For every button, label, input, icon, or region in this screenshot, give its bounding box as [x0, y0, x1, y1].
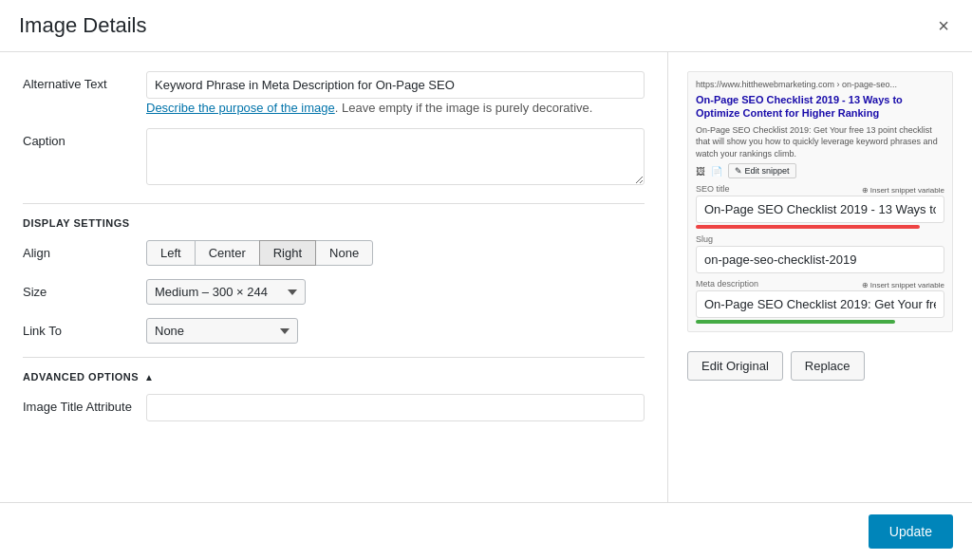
meta-desc-label: Meta description: [696, 279, 758, 289]
alt-text-row: Alternative Text Describe the purpose of…: [23, 71, 645, 115]
image-title-row: Image Title Attribute: [23, 394, 645, 421]
snippet-icon2: 📄: [711, 166, 722, 177]
align-none-button[interactable]: None: [315, 240, 373, 266]
alt-text-helper: Describe the purpose of the image. Leave…: [146, 101, 645, 115]
size-label: Size: [23, 279, 146, 299]
slug-input[interactable]: [696, 246, 944, 273]
align-right-button[interactable]: Right: [259, 240, 316, 266]
meta-desc-group: Meta description ⊕ Insert snippet variab…: [696, 279, 944, 324]
alt-text-helper-rest: . Leave empty if the image is purely dec…: [335, 101, 593, 115]
meta-desc-insert-btn[interactable]: ⊕ Insert snippet variable: [862, 281, 945, 289]
align-label: Align: [23, 240, 146, 260]
modal-footer: Update: [0, 502, 972, 560]
left-panel: Alternative Text Describe the purpose of…: [0, 52, 668, 502]
size-row: Size Thumbnail – 150 × 150 Medium – 300 …: [23, 279, 645, 305]
align-buttons-group: Left Center Right None: [146, 240, 645, 266]
advanced-arrow-icon: ▲: [144, 372, 154, 383]
image-details-modal: Image Details × Alternative Text Describ…: [0, 0, 972, 560]
link-to-control: None Media File Attachment Page Custom U…: [146, 318, 645, 344]
advanced-section: ADVANCED OPTIONS ▲ Image Title Attribute: [23, 357, 645, 421]
meta-desc-input[interactable]: [696, 290, 944, 318]
modal-body: Alternative Text Describe the purpose of…: [0, 52, 972, 502]
slug-group: Slug: [696, 234, 944, 273]
align-row: Align Left Center Right None: [23, 240, 645, 266]
preview-heading: On-Page SEO Checklist 2019 - 13 Ways to …: [696, 93, 944, 121]
seo-preview-card: https://www.hitthewebmarketing.com › on-…: [687, 71, 953, 332]
snippet-icon: 🖼: [696, 166, 705, 177]
alt-text-input[interactable]: [146, 71, 645, 99]
seo-title-bar: [696, 225, 920, 229]
right-panel: https://www.hitthewebmarketing.com › on-…: [668, 52, 972, 502]
caption-row: Caption: [23, 128, 645, 188]
image-action-buttons: Edit Original Replace: [687, 351, 953, 381]
close-button[interactable]: ×: [934, 16, 953, 35]
image-title-control: [146, 394, 645, 421]
link-to-label: Link To: [23, 318, 146, 338]
advanced-options-title[interactable]: ADVANCED OPTIONS ▲: [23, 357, 645, 383]
preview-desc: On-Page SEO Checklist 2019: Get Your fre…: [696, 124, 944, 160]
size-control: Thumbnail – 150 × 150 Medium – 300 × 244…: [146, 279, 645, 305]
preview-url: https://www.hitthewebmarketing.com › on-…: [696, 80, 944, 89]
caption-label: Caption: [23, 128, 146, 148]
edit-original-button[interactable]: Edit Original: [687, 351, 783, 381]
replace-button[interactable]: Replace: [791, 351, 865, 381]
update-button[interactable]: Update: [869, 514, 953, 549]
edit-snippet-button[interactable]: ✎ Edit snippet: [728, 163, 796, 178]
modal-title: Image Details: [19, 13, 147, 38]
caption-input[interactable]: [146, 128, 645, 185]
advanced-title-text: ADVANCED OPTIONS: [23, 371, 139, 383]
alt-text-label: Alternative Text: [23, 71, 146, 91]
image-title-label: Image Title Attribute: [23, 394, 146, 414]
seo-title-group: SEO title ⊕ Insert snippet variable: [696, 184, 944, 229]
align-center-button[interactable]: Center: [195, 240, 260, 266]
size-select[interactable]: Thumbnail – 150 × 150 Medium – 300 × 244…: [146, 279, 306, 305]
align-control: Left Center Right None: [146, 240, 645, 266]
image-title-input[interactable]: [146, 394, 645, 421]
snippet-edit-row: 🖼 📄 ✎ Edit snippet: [696, 163, 944, 178]
seo-title-label: SEO title: [696, 184, 730, 194]
align-left-button[interactable]: Left: [146, 240, 196, 266]
slug-label: Slug: [696, 234, 944, 244]
meta-desc-bar: [696, 320, 895, 324]
alt-text-helper-link[interactable]: Describe the purpose of the image: [146, 101, 335, 115]
seo-title-input[interactable]: [696, 196, 944, 223]
caption-control: [146, 128, 645, 188]
seo-title-insert-btn[interactable]: ⊕ Insert snippet variable: [862, 186, 945, 195]
alt-text-control: Describe the purpose of the image. Leave…: [146, 71, 645, 115]
link-to-row: Link To None Media File Attachment Page …: [23, 318, 645, 344]
modal-header: Image Details ×: [0, 0, 972, 52]
display-settings-title: DISPLAY SETTINGS: [23, 203, 645, 229]
link-to-select[interactable]: None Media File Attachment Page Custom U…: [146, 318, 298, 344]
